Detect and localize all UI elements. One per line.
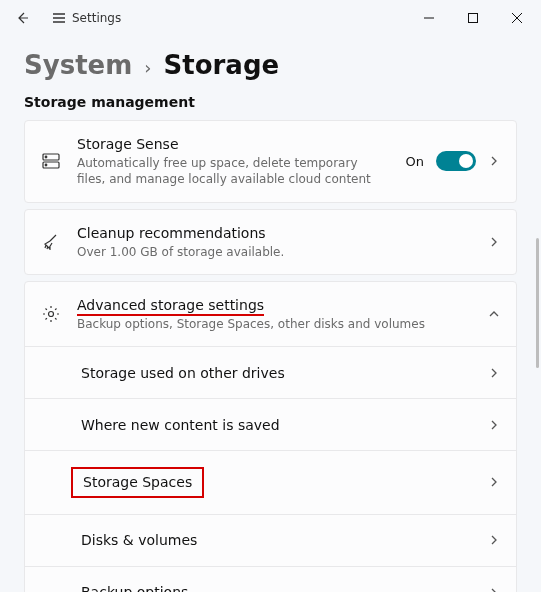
section-label: Storage management <box>24 94 517 110</box>
chevron-right-icon <box>488 367 500 379</box>
minimize-icon <box>424 13 434 23</box>
toggle-state-label: On <box>406 154 424 169</box>
titlebar-left: Settings <box>2 0 121 36</box>
cleanup-subtitle: Over 1.00 GB of storage available. <box>77 244 472 260</box>
close-button[interactable] <box>495 2 539 34</box>
hamburger-icon <box>51 10 67 26</box>
advanced-storage-expander: Advanced storage settings Backup options… <box>24 281 517 592</box>
app-title: Settings <box>72 11 121 25</box>
chevron-up-icon <box>488 308 500 320</box>
storage-sense-title: Storage Sense <box>77 135 390 153</box>
cleanup-icon <box>41 233 61 251</box>
page-content: System › Storage Storage management Stor… <box>0 36 541 592</box>
svg-point-3 <box>45 156 47 158</box>
back-button[interactable] <box>2 0 42 36</box>
breadcrumb: System › Storage <box>24 50 517 80</box>
cleanup-row[interactable]: Cleanup recommendations Over 1.00 GB of … <box>24 209 517 275</box>
chevron-right-icon <box>488 155 500 167</box>
maximize-icon <box>468 13 478 23</box>
cleanup-title: Cleanup recommendations <box>77 224 472 242</box>
advanced-icon <box>41 305 61 323</box>
sub-storage-spaces[interactable]: Storage Spaces <box>25 451 516 514</box>
chevron-right-icon <box>488 236 500 248</box>
breadcrumb-parent[interactable]: System <box>24 50 132 80</box>
chevron-right-icon <box>488 476 500 488</box>
storage-sense-subtitle: Automatically free up space, delete temp… <box>77 155 390 187</box>
chevron-right-icon <box>488 534 500 546</box>
titlebar: Settings <box>0 0 541 36</box>
broom-icon <box>42 233 60 251</box>
advanced-storage-header[interactable]: Advanced storage settings Backup options… <box>25 282 516 346</box>
sub-where-new-content-saved[interactable]: Where new content is saved <box>25 399 516 451</box>
nav-menu-button[interactable] <box>42 0 76 36</box>
gear-icon <box>42 305 60 323</box>
advanced-title: Advanced storage settings <box>77 296 472 314</box>
chevron-right-icon: › <box>144 57 151 78</box>
advanced-items: Storage used on other drives Where new c… <box>25 346 516 592</box>
arrow-left-icon <box>14 10 30 26</box>
advanced-subtitle: Backup options, Storage Spaces, other di… <box>77 316 472 332</box>
storage-sense-icon <box>41 152 61 170</box>
drive-icon <box>42 152 60 170</box>
scrollbar-thumb[interactable] <box>536 238 539 368</box>
sub-backup-options[interactable]: Backup options <box>25 567 516 593</box>
svg-point-5 <box>49 312 54 317</box>
svg-point-4 <box>45 164 47 166</box>
sub-disks-volumes[interactable]: Disks & volumes <box>25 515 516 567</box>
minimize-button[interactable] <box>407 2 451 34</box>
svg-rect-0 <box>469 14 478 23</box>
chevron-right-icon <box>488 587 500 593</box>
breadcrumb-current: Storage <box>164 50 280 80</box>
sub-storage-used-other-drives[interactable]: Storage used on other drives <box>25 347 516 399</box>
storage-sense-toggle[interactable] <box>436 151 476 171</box>
maximize-button[interactable] <box>451 2 495 34</box>
storage-sense-row[interactable]: Storage Sense Automatically free up spac… <box>24 120 517 203</box>
chevron-right-icon <box>488 419 500 431</box>
close-icon <box>512 13 522 23</box>
